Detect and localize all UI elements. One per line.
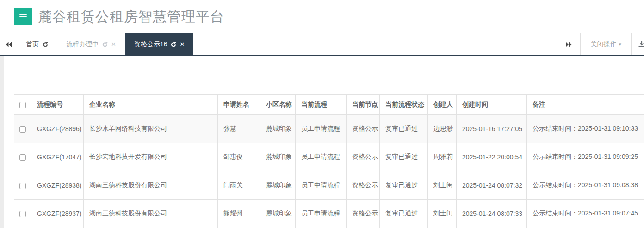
cell-creator: 周雅莉	[428, 143, 457, 171]
cell-process-no: GXGZF(17047)	[31, 143, 84, 171]
col-header-created-at: 创建时间	[457, 95, 527, 115]
col-header-process-no: 流程编号	[31, 95, 84, 115]
cell-current-flow: 员工申请流程	[296, 171, 347, 200]
table-row: GXGZF(28896) 长沙水羊网络科技有限公司 张慧 麓城印象 员工申请流程…	[14, 115, 644, 143]
tab-close-icon[interactable]: ✕	[111, 41, 116, 47]
app-header: 麓谷租赁公租房智慧管理平台	[0, 0, 644, 33]
col-header-company: 企业名称	[84, 95, 218, 115]
col-header-current-node: 当前节点	[347, 95, 380, 115]
tabbar-spacer	[193, 33, 557, 55]
cell-creator: 刘士闺	[428, 171, 457, 200]
cell-community: 麓城印象	[260, 143, 296, 171]
tab-qualification-publicity[interactable]: 资格公示16 ✕	[125, 33, 193, 55]
cell-flow-status: 复审已通过	[380, 143, 428, 171]
cell-flow-status: 复审已通过	[380, 200, 428, 228]
tab-label: 资格公示16	[134, 40, 167, 49]
cell-remark: 公示结束时间：2025-01-31 09:10:33	[527, 115, 644, 143]
table-row: GXGZF(28938) 湖南三德科技股份有限公司 闫雨关 麓城印象 员工申请流…	[14, 171, 644, 200]
col-header-current-flow: 当前流程	[296, 95, 347, 115]
menu-toggle-button[interactable]	[14, 8, 32, 25]
cell-community: 麓城印象	[260, 171, 296, 200]
tab-close-icon[interactable]: ✕	[180, 41, 185, 47]
download-icon	[638, 41, 644, 48]
tab-scroll-left-button[interactable]	[0, 33, 17, 55]
cell-process-no: GXGZF(28937)	[31, 200, 84, 228]
double-chevron-right-icon	[565, 41, 572, 48]
tab-scroll-right-button[interactable]	[557, 33, 580, 55]
row-checkbox[interactable]	[19, 154, 26, 161]
col-header-flow-status: 当前流程状态	[380, 95, 428, 115]
content-left-strip	[0, 56, 4, 228]
cell-remark: 公示结束时间：2025-01-31 09:07:45	[527, 200, 644, 228]
close-actions-dropdown-button[interactable]: 关闭操作 ▾	[580, 33, 631, 55]
refresh-icon	[42, 41, 48, 47]
table-header-row: 流程编号 企业名称 申请姓名 小区名称 当前流程 当前节点 当前流程状态 创建人…	[14, 95, 644, 115]
cell-applicant: 闫雨关	[218, 171, 260, 200]
cell-remark: 公示结束时间：2025-01-31 09:09:25	[527, 143, 644, 171]
refresh-icon	[102, 41, 108, 47]
cell-company: 湖南三德科技股份有限公司	[84, 171, 218, 200]
row-checkbox[interactable]	[19, 211, 26, 217]
cell-current-node: 资格公示	[347, 115, 380, 143]
cell-current-node: 资格公示	[347, 200, 380, 228]
page-title: 麓谷租赁公租房智慧管理平台	[38, 7, 224, 26]
col-header-remark: 备注	[527, 95, 644, 115]
cell-created-at: 2025-01-24 08:07:32	[457, 171, 527, 200]
caret-down-icon: ▾	[619, 41, 621, 47]
cell-process-no: GXGZF(28896)	[31, 115, 84, 143]
cell-applicant: 熊耀州	[218, 200, 260, 228]
col-header-creator: 创建人	[428, 95, 457, 115]
double-chevron-left-icon	[5, 41, 12, 48]
publicity-table: 流程编号 企业名称 申请姓名 小区名称 当前流程 当前节点 当前流程状态 创建人…	[14, 94, 644, 228]
download-button[interactable]	[631, 33, 644, 55]
cell-company: 长沙水羊网络科技有限公司	[84, 115, 218, 143]
cell-community: 麓城印象	[260, 115, 296, 143]
tab-bar: 首页 流程办理中 ✕ 资格公示16 ✕ 关闭操作 ▾	[0, 33, 644, 56]
cell-applicant: 邹惠俊	[218, 143, 260, 171]
table-row: GXGZF(17047) 长沙宏地科技开发有限公司 邹惠俊 麓城印象 员工申请流…	[14, 143, 644, 171]
cell-community: 麓城印象	[260, 200, 296, 228]
row-checkbox[interactable]	[19, 183, 26, 189]
cell-current-node: 资格公示	[347, 171, 380, 200]
col-header-applicant: 申请姓名	[218, 95, 260, 115]
close-actions-label: 关闭操作	[590, 40, 616, 49]
cell-company: 湖南三德科技股份有限公司	[84, 200, 218, 228]
row-checkbox[interactable]	[19, 126, 26, 133]
cell-applicant: 张慧	[218, 115, 260, 143]
refresh-icon	[170, 41, 176, 47]
cell-remark: 公示结束时间：2025-01-31 09:08:38	[527, 171, 644, 200]
hamburger-icon	[19, 14, 27, 15]
table-row: GXGZF(28937) 湖南三德科技股份有限公司 熊耀州 麓城印象 员工申请流…	[14, 200, 644, 228]
cell-created-at: 2025-01-24 08:07:33	[457, 200, 527, 228]
cell-current-flow: 员工申请流程	[296, 200, 347, 228]
cell-created-at: 2025-01-22 20:00:54	[457, 143, 527, 171]
cell-flow-status: 复审已通过	[380, 171, 428, 200]
tab-label: 流程办理中	[66, 40, 99, 49]
tab-home[interactable]: 首页	[17, 33, 57, 55]
cell-current-flow: 员工申请流程	[296, 115, 347, 143]
cell-company: 长沙宏地科技开发有限公司	[84, 143, 218, 171]
cell-current-flow: 员工申请流程	[296, 143, 347, 171]
col-header-community: 小区名称	[260, 95, 296, 115]
cell-created-at: 2025-01-16 17:27:05	[457, 115, 527, 143]
tab-label: 首页	[26, 40, 39, 49]
cell-creator: 边思渺	[428, 115, 457, 143]
select-all-checkbox[interactable]	[19, 102, 26, 108]
cell-current-node: 资格公示	[347, 143, 380, 171]
tab-process-handling[interactable]: 流程办理中 ✕	[57, 33, 125, 55]
cell-creator: 刘士闺	[428, 200, 457, 228]
cell-flow-status: 复审已通过	[380, 115, 428, 143]
publicity-table-container: 流程编号 企业名称 申请姓名 小区名称 当前流程 当前节点 当前流程状态 创建人…	[14, 94, 644, 228]
cell-process-no: GXGZF(28938)	[31, 171, 84, 200]
